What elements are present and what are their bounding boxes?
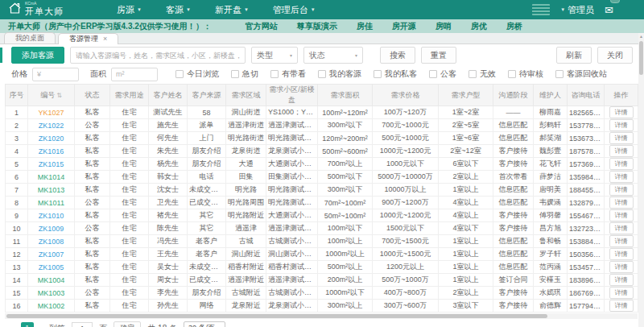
nav-item-新开盘[interactable]: 新开盘▼ <box>215 4 249 16</box>
filter-checkbox-我的私客[interactable]: 我的私客 <box>374 68 417 80</box>
area-input[interactable] <box>111 68 158 81</box>
column-header-序号[interactable]: 序号 <box>6 85 28 106</box>
announcement-link-官方网站[interactable]: 官方网站 <box>246 21 278 32</box>
checkbox-icon[interactable] <box>231 70 239 78</box>
column-header-需求价格[interactable]: 需求价格 <box>373 85 439 106</box>
next-page-icon[interactable]: › <box>40 324 43 327</box>
detail-button[interactable]: 详情 <box>609 119 634 131</box>
detail-button[interactable]: 详情 <box>609 197 634 209</box>
price-input[interactable] <box>32 68 79 81</box>
status-select[interactable]: 状态 ▾ <box>303 47 363 64</box>
announcement-link-房开源[interactable]: 房开源 <box>392 21 416 32</box>
column-header-状态[interactable]: 状态 <box>75 85 110 106</box>
checkbox-icon[interactable] <box>555 70 564 78</box>
column-header-需求区域[interactable]: 需求区域 <box>226 85 266 106</box>
detail-button[interactable]: 详情 <box>609 132 634 144</box>
refresh-button[interactable]: 刷新 <box>556 47 592 64</box>
cell-id[interactable]: ZK1015 <box>28 158 75 171</box>
column-header-咨询电话[interactable]: 咨询电话 <box>568 85 605 106</box>
detail-button[interactable]: 详情 <box>609 106 634 118</box>
detail-button[interactable]: 详情 <box>609 222 634 234</box>
announcement-link-房佳[interactable]: 房佳 <box>357 21 373 32</box>
detail-button[interactable]: 详情 <box>609 209 634 221</box>
horizontal-scrollbar-thumb[interactable] <box>6 314 547 318</box>
detail-button[interactable]: 详情 <box>609 274 634 286</box>
detail-button[interactable]: 详情 <box>609 300 634 312</box>
cell-id[interactable]: MK1002 <box>28 300 75 313</box>
checkbox-icon[interactable] <box>429 70 437 78</box>
checkbox-icon[interactable] <box>469 70 477 78</box>
detail-button[interactable]: 详情 <box>609 287 634 299</box>
filter-checkbox-我的客源[interactable]: 我的客源 <box>318 68 361 80</box>
filter-checkbox-有带看[interactable]: 有带看 <box>270 68 306 80</box>
sort-icon[interactable]: ⇅ <box>56 92 62 99</box>
column-header-需求面积[interactable]: 需求面积 <box>318 85 373 106</box>
page-size-select[interactable]: 30 条/页 ▾ <box>184 321 225 327</box>
page-number-button[interactable]: 1 <box>21 322 34 327</box>
scroll-up-icon[interactable]: ▲ <box>638 33 644 40</box>
column-header-维护人[interactable]: 维护人 <box>534 85 568 106</box>
close-panel-button[interactable]: 关闭 <box>597 47 633 64</box>
cell-id[interactable]: ZK1010 <box>28 209 75 222</box>
column-header-编号[interactable]: 编号⇅ <box>28 85 75 106</box>
column-header-需求用途[interactable]: 需求用途 <box>110 85 149 106</box>
tab-我的桌面[interactable]: 我的桌面 <box>4 32 56 43</box>
horizontal-scrollbar[interactable] <box>5 313 638 319</box>
detail-button[interactable]: 详情 <box>609 248 634 260</box>
filter-checkbox-客源回收站[interactable]: 客源回收站 <box>555 68 607 80</box>
prev-page-icon[interactable]: ‹ <box>11 324 14 327</box>
announcement-link-房优[interactable]: 房优 <box>471 21 487 32</box>
goto-page-input[interactable] <box>72 322 93 327</box>
cell-id[interactable]: MK1013 <box>28 184 75 197</box>
announcement-link-尊享版演示[interactable]: 尊享版演示 <box>297 21 337 32</box>
checkbox-icon[interactable] <box>374 70 382 78</box>
nav-item-房源[interactable]: 房源▼ <box>117 4 142 16</box>
cell-id[interactable]: ZK1020 <box>28 132 75 145</box>
messages-button[interactable]: ✉ <box>605 2 613 17</box>
type-select[interactable]: 类型 ▾ <box>251 47 298 64</box>
cell-id[interactable]: MK1003 <box>28 287 75 300</box>
column-header-沟通阶段[interactable]: 沟通阶段 <box>493 85 534 106</box>
announcement-link-房桥[interactable]: 房桥 <box>506 21 522 32</box>
detail-button[interactable]: 详情 <box>609 145 634 157</box>
cell-id[interactable]: YK1027 <box>28 106 75 119</box>
column-header-需求户型[interactable]: 需求户型 <box>439 85 493 106</box>
nav-item-客源[interactable]: 客源▼ <box>166 4 191 16</box>
nav-item-管理后台[interactable]: 管理后台▼ <box>273 4 316 16</box>
detail-button[interactable]: 详情 <box>609 261 634 273</box>
cell-id[interactable]: ZK1005 <box>28 261 75 274</box>
cell-id[interactable]: ZK1009 <box>28 222 75 235</box>
cell-id[interactable]: ZK1007 <box>28 248 75 261</box>
user-menu[interactable]: ▼ 管理员 <box>560 4 594 16</box>
filter-checkbox-待审核[interactable]: 待审核 <box>508 68 543 80</box>
cell-id[interactable]: ZK1016 <box>28 145 75 158</box>
checkbox-icon[interactable] <box>508 70 516 78</box>
filter-checkbox-急切[interactable]: 急切 <box>231 68 258 80</box>
vertical-scrollbar-thumb[interactable] <box>639 41 643 75</box>
cell-id[interactable]: MK1011 <box>28 197 75 209</box>
checkbox-icon[interactable] <box>318 70 326 78</box>
filter-checkbox-公客[interactable]: 公客 <box>429 68 456 80</box>
column-header-客户来源[interactable]: 客户来源 <box>188 85 226 106</box>
search-input[interactable] <box>70 47 246 64</box>
detail-button[interactable]: 详情 <box>609 235 634 247</box>
checkbox-icon[interactable] <box>270 70 279 78</box>
detail-button[interactable]: 详情 <box>609 171 634 183</box>
detail-button[interactable]: 详情 <box>609 158 634 170</box>
close-tab-icon[interactable]: × <box>103 35 107 43</box>
cell-id[interactable]: ZK1022 <box>28 119 75 132</box>
column-header-客户姓名[interactable]: 客户姓名 <box>149 85 188 106</box>
vertical-scrollbar[interactable]: ▲ <box>638 33 644 327</box>
filter-checkbox-今日浏览[interactable]: 今日浏览 <box>175 68 219 80</box>
tab-客源管理[interactable]: 客源管理× <box>58 33 118 44</box>
detail-button[interactable]: 详情 <box>609 184 634 196</box>
cell-id[interactable]: ZK1008 <box>28 235 75 248</box>
app-logo[interactable]: KCmA 开单大师 <box>8 2 64 18</box>
reset-button[interactable]: 重置 <box>421 47 456 64</box>
announcement-link-房哨[interactable]: 房哨 <box>436 21 452 32</box>
column-header-需求小区/新楼盘[interactable]: 需求小区/新楼盘 <box>266 85 318 106</box>
filter-checkbox-无效[interactable]: 无效 <box>469 68 496 80</box>
checkbox-icon[interactable] <box>175 70 184 78</box>
add-customer-button[interactable]: 添加客源 <box>11 47 64 64</box>
column-header-操作[interactable]: 操作 <box>605 85 638 106</box>
